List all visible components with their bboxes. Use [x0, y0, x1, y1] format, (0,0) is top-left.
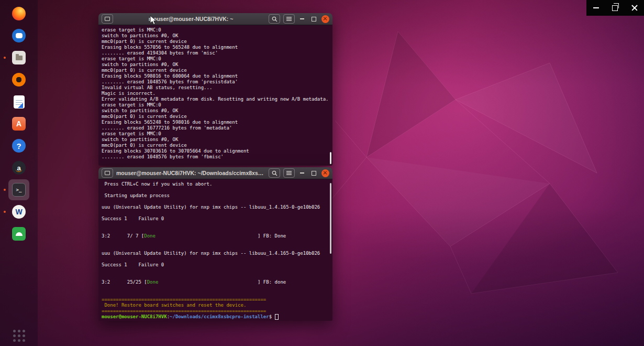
- chat-icon: [12, 29, 26, 42]
- terminal-line: [102, 274, 331, 279]
- terminal2-output[interactable]: Press CTRL+C now if you wish to abort. S…: [98, 179, 332, 322]
- search-button[interactable]: [269, 168, 280, 178]
- close-icon: [321, 169, 329, 177]
- terminal-line: ========================================…: [102, 308, 331, 314]
- minimize-button[interactable]: [298, 15, 306, 23]
- scrollbar-thumb[interactable]: [330, 183, 331, 254]
- android-head-icon: [16, 232, 23, 236]
- dock-item-ubuntu-software[interactable]: A: [8, 113, 29, 134]
- close-icon: [321, 15, 329, 23]
- terminal-line: mmc0(part 0) is current device: [102, 143, 331, 148]
- dock-item-files[interactable]: [8, 47, 29, 68]
- terminal2-titlebar[interactable]: mouser@mouser-NUC8i7HVK: ~/Downloads/cci…: [98, 167, 332, 179]
- dock-item-terminal[interactable]: >_: [8, 179, 29, 200]
- terminal-line: [102, 228, 331, 233]
- software-glyph: A: [16, 120, 21, 128]
- firefox-icon: [12, 7, 26, 20]
- terminal-line: [102, 239, 331, 245]
- maximize-button[interactable]: [309, 15, 318, 23]
- terminal-line: Error validating A/B metadata from disk.…: [102, 96, 331, 102]
- overlay-restore-button[interactable]: [609, 2, 621, 14]
- dock-item-help[interactable]: ?: [8, 135, 29, 156]
- terminal-line: ========================================…: [102, 297, 331, 302]
- terminal-line: switch to partitions #0, OK: [102, 33, 331, 39]
- overlay-minimize-button[interactable]: [590, 2, 602, 14]
- dock-item-wine-app[interactable]: W: [8, 201, 29, 222]
- new-tab-button[interactable]: [102, 14, 113, 24]
- search-button[interactable]: [269, 14, 280, 24]
- terminal-line: Invalid virtual AB status, resetting...: [102, 85, 331, 91]
- terminal-line: [102, 199, 331, 204]
- terminal1-output[interactable]: erase target is MMC:0switch to partition…: [98, 25, 332, 167]
- terminal-line: erase target is MMC:0: [102, 131, 331, 137]
- dock-item-android-emulator[interactable]: [8, 223, 29, 244]
- dock-item-amazon[interactable]: a: [8, 157, 29, 178]
- terminal-glyph: >_: [16, 187, 22, 192]
- overlay-close-button[interactable]: [629, 2, 640, 14]
- minimize-icon: [300, 18, 304, 19]
- terminal-line: ........ erased 1048576 bytes from 'pres…: [102, 79, 331, 85]
- minimize-icon: [593, 7, 599, 8]
- libreoffice-writer-icon: [14, 95, 25, 109]
- terminal-line: switch to partitions #0, OK: [102, 62, 331, 68]
- terminal1-titlebar[interactable]: mouser@mouser-NUC8i7HVK: ~: [98, 13, 332, 25]
- chat-bubble-icon: [16, 33, 23, 38]
- menu-button[interactable]: [283, 14, 295, 24]
- terminal-line: mouser@mouser-NUC8i7HVK:~/Downloads/ccim…: [102, 314, 331, 320]
- terminal2-title: mouser@mouser-NUC8i7HVK: ~/Downloads/cci…: [116, 170, 265, 176]
- close-button[interactable]: [321, 15, 329, 23]
- terminal-line: [102, 245, 331, 251]
- minimize-button[interactable]: [298, 169, 306, 177]
- terminal-line: [102, 268, 331, 274]
- minimize-icon: [300, 172, 304, 174]
- maximize-icon: [312, 171, 316, 176]
- android-emulator-icon: [12, 227, 26, 241]
- menu-button[interactable]: [283, 168, 295, 178]
- terminal-icon: >_: [12, 183, 26, 197]
- terminal-line: Magic is incorrect.: [102, 91, 331, 96]
- dock-item-libreoffice-writer[interactable]: [8, 91, 29, 112]
- hamburger-menu-icon: [286, 17, 292, 21]
- running-indicator: [4, 57, 6, 59]
- dock-item-chat[interactable]: [8, 25, 29, 46]
- terminal-line: Press CTRL+C now if you wish to abort.: [102, 181, 331, 187]
- terminal-line: erase target is MMC:0: [102, 102, 331, 108]
- scrollbar-thumb[interactable]: [330, 152, 331, 164]
- hamburger-menu-icon: [286, 171, 292, 175]
- terminal-line: Erasing blocks 565248 to 598016 due to a…: [102, 120, 331, 125]
- new-tab-button[interactable]: [102, 168, 113, 178]
- close-button[interactable]: [321, 169, 329, 177]
- dock-item-firefox[interactable]: [8, 3, 29, 24]
- terminal-line: erase target is MMC:0: [102, 56, 331, 62]
- terminal-line: 3:2 25/25 [Done ] FB: done: [102, 279, 331, 285]
- terminal-window-1: mouser@mouser-NUC8i7HVK: ~ erase target …: [98, 13, 332, 166]
- terminal-line: [102, 210, 331, 216]
- terminal-line: Starting update process: [102, 193, 331, 199]
- terminal-window-2: mouser@mouser-NUC8i7HVK: ~/Downloads/cci…: [98, 167, 332, 321]
- terminal-line: mmc0(part 0) is current device: [102, 114, 331, 120]
- terminal-line: [102, 222, 331, 228]
- terminal-line: Done! Restore board switches and reset t…: [102, 302, 331, 308]
- terminal-line: uuu (Universal Update Utility) for nxp i…: [102, 204, 331, 210]
- terminal-line: 3:2 7/ 7 [Done ] FB: Done: [102, 233, 331, 239]
- maximize-button[interactable]: [309, 169, 318, 177]
- new-tab-icon: [105, 171, 110, 175]
- overlay-window-controls: [586, 0, 644, 16]
- help-icon: ?: [12, 139, 26, 153]
- search-icon: [272, 16, 277, 22]
- terminal-line: [102, 256, 331, 262]
- dock: A ? a >_ W: [0, 0, 38, 346]
- terminal-line: Erasing blocks 557056 to 565248 due to a…: [102, 45, 331, 50]
- terminal1-title: mouser@mouser-NUC8i7HVK: ~: [116, 16, 265, 22]
- terminal-line: ........ erased 4194304 bytes from 'misc…: [102, 50, 331, 56]
- maximize-icon: [312, 17, 316, 21]
- wine-glyph: W: [15, 208, 22, 216]
- help-glyph: ?: [16, 142, 21, 150]
- dock-item-rhythmbox[interactable]: [8, 69, 29, 90]
- folder-icon: [16, 56, 23, 60]
- document-lines-icon: [16, 100, 23, 106]
- terminal-line: Success 1 Failure 0: [102, 216, 331, 222]
- terminal-line: uuu (Universal Update Utility) for nxp i…: [102, 251, 331, 256]
- terminal-line: Erasing blocks 598016 to 600064 due to a…: [102, 73, 331, 79]
- terminal-line: mmc0(part 0) is current device: [102, 68, 331, 73]
